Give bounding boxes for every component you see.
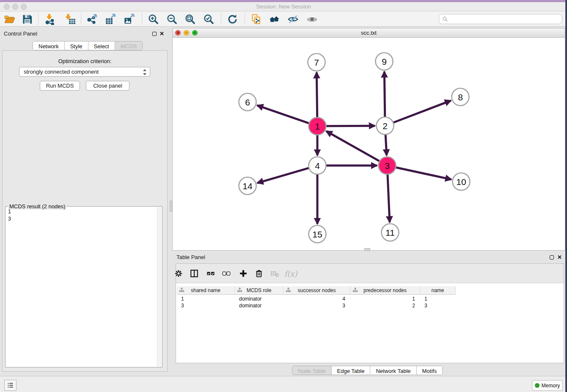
tab-mcds[interactable]: MCDS bbox=[115, 41, 142, 50]
memory-button[interactable]: Memory bbox=[532, 380, 563, 391]
table-cell[interactable]: 1 bbox=[177, 295, 235, 302]
table-cell[interactable]: 2 bbox=[350, 302, 420, 309]
window-title: Session: New Session bbox=[0, 3, 567, 10]
graph-node-label-4: 4 bbox=[315, 161, 320, 171]
result-scrollbar[interactable] bbox=[157, 207, 162, 367]
delete-table-button[interactable] bbox=[268, 267, 281, 280]
close-panel-button[interactable]: Close panel bbox=[86, 81, 129, 91]
graph-edge-1-6[interactable] bbox=[257, 105, 309, 123]
graph-edge-2-9[interactable] bbox=[384, 72, 385, 117]
zoom-in-button[interactable] bbox=[146, 12, 161, 26]
import-table-button[interactable] bbox=[62, 12, 77, 26]
toolbar-separator bbox=[221, 13, 221, 25]
tab-network-table[interactable]: Network Table bbox=[370, 366, 416, 375]
export-network-button[interactable] bbox=[85, 12, 100, 26]
export-table-icon bbox=[105, 14, 116, 25]
copy-network-icon bbox=[250, 14, 262, 25]
graph-node-label-6: 6 bbox=[245, 97, 250, 107]
column-header-shared-name[interactable]: shared name bbox=[177, 286, 235, 295]
node-table: shared nameMCDS rolesuccessor nodesprede… bbox=[176, 286, 564, 363]
node-table-panel: f(x) shared nameMCDS rolesuccessor nodes… bbox=[176, 263, 564, 363]
show-all-button[interactable] bbox=[304, 12, 319, 26]
graph-edge-4-14[interactable] bbox=[257, 168, 309, 183]
table-cell[interactable]: 1 bbox=[420, 295, 456, 302]
export-network-icon bbox=[87, 14, 98, 25]
column-header-successor-nodes[interactable]: successor nodes bbox=[284, 286, 350, 295]
control-panel-close-button[interactable]: ✕ bbox=[160, 30, 164, 37]
zoom-in-icon bbox=[148, 14, 159, 25]
zoom-fit-button[interactable] bbox=[182, 12, 198, 26]
application-window: Session: New Session Control Panel ✕ Net… bbox=[0, 0, 567, 392]
table-cell[interactable]: 3 bbox=[284, 302, 350, 309]
select-all-columns-button[interactable] bbox=[204, 267, 217, 280]
run-mcds-button[interactable]: Run MCDS bbox=[40, 81, 80, 91]
main-toolbar bbox=[0, 11, 567, 27]
graph-edge-3-10[interactable] bbox=[396, 167, 451, 179]
search-input[interactable] bbox=[448, 15, 562, 23]
graph-edge-1-2[interactable] bbox=[326, 126, 375, 126]
refresh-view-button[interactable] bbox=[225, 12, 240, 26]
graph-edge-3-11[interactable] bbox=[388, 174, 390, 222]
criterion-select[interactable]: strongly connected component bbox=[19, 67, 150, 77]
create-column-button[interactable] bbox=[237, 267, 250, 280]
graph-edge-3-1[interactable] bbox=[326, 131, 380, 161]
table-cell[interactable]: 4 bbox=[284, 295, 350, 302]
column-header-name[interactable]: name bbox=[420, 286, 456, 295]
network-window-titlebar[interactable]: ✕ − + scc.txt bbox=[173, 28, 565, 38]
home-layout-button[interactable] bbox=[267, 12, 282, 26]
tab-node-table[interactable]: Node Table bbox=[292, 366, 332, 375]
table-cell[interactable]: 3 bbox=[420, 302, 456, 309]
export-image-button[interactable] bbox=[121, 12, 137, 26]
table-panel-float-button[interactable] bbox=[550, 254, 554, 261]
zoom-selected-button[interactable] bbox=[201, 12, 216, 26]
tab-motifs[interactable]: Motifs bbox=[417, 366, 443, 375]
column-header-MCDS-role[interactable]: MCDS role bbox=[235, 286, 284, 295]
tab-select[interactable]: Select bbox=[88, 41, 115, 50]
table-cell[interactable]: 3 bbox=[177, 302, 235, 309]
import-network-button[interactable] bbox=[42, 12, 57, 26]
mcds-result-text[interactable]: 1 3 bbox=[8, 208, 11, 223]
open-session-button[interactable] bbox=[2, 12, 17, 26]
float-icon bbox=[152, 32, 157, 36]
hide-selected-button[interactable] bbox=[285, 12, 300, 26]
delete-columns-button[interactable] bbox=[253, 267, 265, 280]
column-header-label: successor nodes bbox=[297, 287, 336, 293]
list-icon bbox=[7, 381, 14, 389]
tab-network[interactable]: Network bbox=[33, 41, 65, 50]
criterion-value: strongly connected component bbox=[24, 69, 99, 75]
column-header-label: name bbox=[431, 287, 444, 293]
graph-edge-2-8[interactable] bbox=[394, 101, 451, 123]
task-history-button[interactable] bbox=[4, 380, 17, 391]
table-cell[interactable]: 1 bbox=[350, 295, 420, 302]
control-panel-float-button[interactable] bbox=[152, 31, 157, 37]
tab-style[interactable]: Style bbox=[65, 41, 88, 50]
open-folder-icon bbox=[4, 14, 15, 25]
search-field[interactable] bbox=[439, 14, 562, 24]
table-options-button[interactable] bbox=[172, 267, 185, 280]
unselect-all-columns-button[interactable] bbox=[220, 267, 233, 280]
zoom-out-icon bbox=[166, 14, 178, 25]
network-splitter-grip[interactable] bbox=[364, 248, 370, 251]
zoom-out-button[interactable] bbox=[164, 12, 179, 26]
save-session-button[interactable] bbox=[19, 12, 35, 26]
mcds-result-box[interactable]: MCDS result (2 nodes) 1 3 bbox=[5, 206, 162, 367]
column-header-predecessor-nodes[interactable]: predecessor nodes bbox=[350, 286, 420, 295]
table-cell[interactable]: dominator bbox=[235, 295, 284, 302]
plus-icon bbox=[239, 269, 248, 278]
tab-edge-table[interactable]: Edge Table bbox=[332, 366, 371, 375]
show-columns-button[interactable] bbox=[188, 267, 201, 280]
table-panel-close-button[interactable]: ✕ bbox=[557, 254, 562, 260]
export-image-icon bbox=[124, 14, 135, 25]
function-builder-button[interactable]: f(x) bbox=[284, 267, 297, 280]
graph-edge-2-3[interactable] bbox=[385, 135, 387, 155]
graph-edge-1-7[interactable] bbox=[317, 72, 317, 117]
memory-status-icon bbox=[535, 383, 539, 388]
network-canvas[interactable]: 7968124314101511 bbox=[173, 38, 565, 251]
select-stepper-icon bbox=[142, 69, 147, 77]
export-table-button[interactable] bbox=[103, 12, 118, 26]
window-titlebar: Session: New Session bbox=[0, 2, 567, 11]
graph-node-label-7: 7 bbox=[314, 58, 319, 67]
table-cell[interactable]: dominator bbox=[235, 302, 284, 309]
new-network-from-selection-button[interactable] bbox=[248, 12, 264, 26]
toolbar-separator bbox=[142, 13, 142, 25]
